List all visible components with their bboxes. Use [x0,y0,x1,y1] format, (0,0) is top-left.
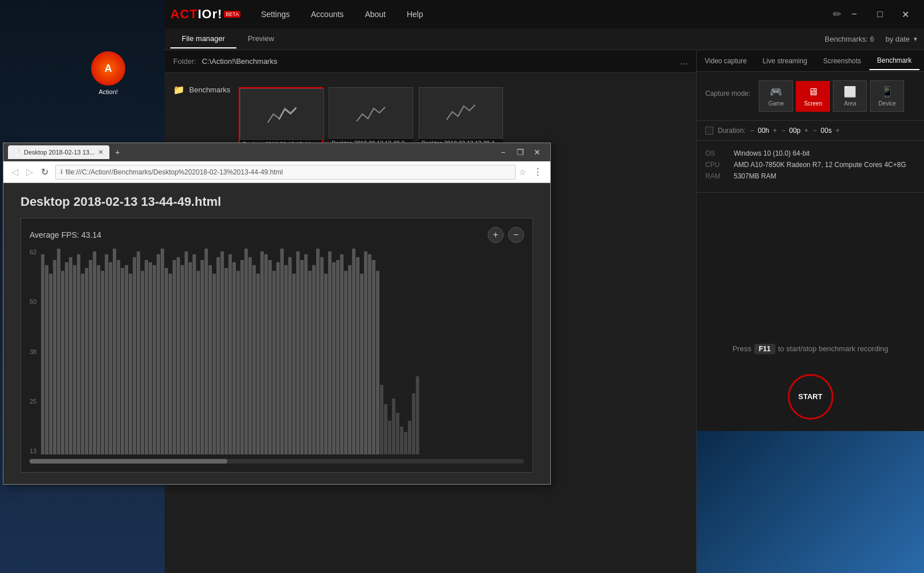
os-val: Windows 10 (10.0) 64-bit [734,149,809,157]
chart-bar [97,265,100,454]
capture-mode-area[interactable]: ⬜ Area [833,80,867,112]
tab-preview[interactable]: Preview [236,30,285,48]
duration-hours-minus[interactable]: − [750,127,754,135]
chart-bar [240,260,244,454]
new-tab-button[interactable]: + [115,148,120,157]
url-bar[interactable]: ℹ file:///C:/Action!/Benchmarks/Desktop%… [55,165,516,180]
bookmark-star-icon[interactable]: ☆ [519,168,526,177]
sysinfo-section: OS Windows 10 (10.0) 64-bit CPU AMD A10-… [697,141,924,193]
chart-bar [344,271,347,454]
capture-mode-screen[interactable]: 🖥 Screen [796,81,830,112]
zoom-out-button[interactable]: − [508,227,524,243]
browser-tab-close-button[interactable]: ✕ [98,148,104,156]
app-logo: ACTIOr! BETA [170,7,240,22]
chart-bar [125,265,128,454]
nav-about[interactable]: About [355,5,395,23]
chart-bar [53,260,56,454]
settings-gear-icon[interactable]: ⚙ [919,51,924,71]
chart-bar [352,249,355,454]
nav-buttons: ◁ ▷ ↻ [8,164,52,180]
back-button[interactable]: ◁ [8,164,22,180]
chart-y-labels: 62 50 38 25 13 [30,249,41,454]
logo-beta: BETA [224,11,240,18]
chart-bar [348,265,351,454]
minimize-button[interactable]: − [841,6,867,23]
browser-minimize-button[interactable]: − [494,144,512,160]
duration-secs-minus[interactable]: − [813,127,817,135]
chart-bar [205,249,208,454]
duration-checkbox[interactable] [705,127,713,135]
duration-mins-plus[interactable]: + [804,127,808,135]
duration-secs-plus[interactable]: + [836,127,840,135]
duration-mins-minus[interactable]: − [782,127,786,135]
fps-info: Average FPS: 43.14 + − [30,227,524,243]
capture-mode-game-label: Game [768,100,784,107]
capture-mode-screen-label: Screen [804,100,823,107]
chart-bar [336,260,340,454]
y-label-38: 38 [30,348,36,355]
shortcut-suffix: to start/stop benchmark recording [778,344,889,353]
capture-mode-device[interactable]: 📱 Device [870,80,904,112]
browser-menu-icon[interactable]: ⋮ [530,166,546,177]
file-thumb-1[interactable]: Desktop 2018-02-13 13-40-21.html [329,87,413,151]
zoom-in-button[interactable]: + [488,227,504,243]
chart-bar [252,265,256,454]
tab-live-streaming[interactable]: Live streaming [755,52,815,70]
duration-hours: − 00h + [750,127,777,135]
report-title: Desktop 2018-02-13 13-44-49.html [21,194,533,209]
chart-bar [161,249,164,454]
browser-active-tab[interactable]: 📄 Desktop 2018-02-13 13... ✕ [8,145,109,159]
chart-bar [141,271,144,454]
nav-menu: Settings Accounts About Help ✏ [252,5,841,23]
folder-menu-button[interactable]: ... [680,56,688,67]
chart-bar [121,268,124,454]
chart-bar [41,254,44,454]
tab-video-capture[interactable]: Video capture [697,52,755,70]
chart-bar [364,251,367,454]
file-thumb-2[interactable]: Desktop 2018-02-13 13-38-44.html [419,87,503,151]
pencil-icon[interactable]: ✏ [833,8,841,21]
shortcut-key: F11 [754,344,775,354]
chart-bar [320,257,324,454]
chart-bar [73,265,76,454]
start-button[interactable]: START [788,374,833,420]
folder-bar: Folder: C:\Action!\Benchmarks ... [165,50,696,73]
thumb-preview-2 [419,87,503,139]
sysinfo-ram-row: RAM 5307MB RAM [705,172,915,180]
close-button[interactable]: ✕ [893,6,918,23]
file-thumb-0[interactable]: Desktop 2018-02-13 13-44-49.html [239,87,323,151]
chart-bar [220,251,224,454]
refresh-button[interactable]: ↻ [38,164,52,180]
sort-control[interactable]: by date ▼ [885,35,918,43]
duration-hours-plus[interactable]: + [773,127,777,135]
url-text: file:///C:/Action!/Benchmarks/Desktop%20… [66,168,510,176]
browser-title-bar: 📄 Desktop 2018-02-13 13... ✕ + − ❐ ✕ [3,143,550,161]
chart-bar [256,274,260,454]
duration-secs-val: 00s [819,127,833,135]
chart-icon-0 [265,100,299,128]
scrollbar-thumb[interactable] [30,459,227,464]
benchmarks-folder[interactable]: 📁 Benchmarks [173,84,230,95]
browser-close-button[interactable]: ✕ [529,144,546,160]
chart-bar [212,274,216,454]
browser-restore-button[interactable]: ❐ [512,144,529,160]
file-manager-tabs: File manager Preview Benchmarks: 6 by da… [165,29,924,50]
sort-label: by date [885,35,910,43]
chart-scrollbar[interactable] [30,459,524,464]
tab-screenshots[interactable]: Screenshots [815,52,869,70]
forward-button[interactable]: ▷ [23,164,36,180]
chart-bar [288,257,292,454]
tab-file-manager[interactable]: File manager [170,30,236,48]
start-section: START [697,363,924,431]
app-icon[interactable]: A [91,51,125,86]
chart-bar [93,251,96,454]
tab-benchmark[interactable]: Benchmark [869,52,920,70]
maximize-button[interactable]: □ [867,6,893,23]
chart-bar [193,254,196,454]
chart-bar [113,249,116,454]
capture-mode-game[interactable]: 🎮 Game [759,80,793,112]
nav-help[interactable]: Help [398,5,432,23]
nav-settings[interactable]: Settings [252,5,299,23]
chart-bar [101,271,104,454]
nav-accounts[interactable]: Accounts [302,5,353,23]
